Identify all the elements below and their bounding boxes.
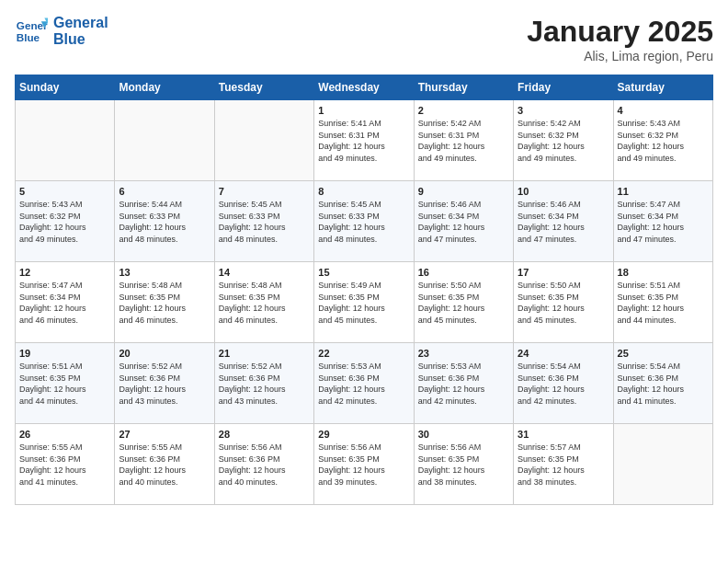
calendar-cell: 19Sunrise: 5:51 AM Sunset: 6:35 PM Dayli… bbox=[16, 343, 115, 424]
day-info: Sunrise: 5:52 AM Sunset: 6:36 PM Dayligh… bbox=[219, 361, 310, 407]
calendar-week-row: 26Sunrise: 5:55 AM Sunset: 6:36 PM Dayli… bbox=[16, 424, 713, 505]
calendar-cell: 5Sunrise: 5:43 AM Sunset: 6:32 PM Daylig… bbox=[16, 181, 115, 262]
day-info: Sunrise: 5:56 AM Sunset: 6:36 PM Dayligh… bbox=[219, 442, 310, 488]
day-info: Sunrise: 5:50 AM Sunset: 6:35 PM Dayligh… bbox=[518, 280, 609, 326]
day-number: 16 bbox=[418, 267, 509, 278]
day-number: 24 bbox=[518, 348, 609, 359]
svg-text:General: General bbox=[17, 19, 48, 31]
day-number: 7 bbox=[219, 186, 310, 197]
calendar-cell: 29Sunrise: 5:56 AM Sunset: 6:35 PM Dayli… bbox=[314, 424, 414, 505]
day-info: Sunrise: 5:50 AM Sunset: 6:35 PM Dayligh… bbox=[418, 280, 509, 326]
weekday-header-monday: Monday bbox=[115, 75, 214, 100]
weekday-header-friday: Friday bbox=[514, 75, 613, 100]
day-info: Sunrise: 5:47 AM Sunset: 6:34 PM Dayligh… bbox=[19, 280, 110, 326]
calendar-cell: 18Sunrise: 5:51 AM Sunset: 6:35 PM Dayli… bbox=[613, 262, 712, 343]
day-number: 29 bbox=[318, 429, 409, 440]
day-info: Sunrise: 5:46 AM Sunset: 6:34 PM Dayligh… bbox=[418, 199, 509, 245]
day-number: 21 bbox=[219, 348, 310, 359]
day-number: 31 bbox=[518, 429, 609, 440]
calendar-table: SundayMondayTuesdayWednesdayThursdayFrid… bbox=[15, 75, 713, 505]
day-info: Sunrise: 5:51 AM Sunset: 6:35 PM Dayligh… bbox=[618, 280, 709, 326]
calendar-cell: 9Sunrise: 5:46 AM Sunset: 6:34 PM Daylig… bbox=[414, 181, 513, 262]
calendar-cell: 21Sunrise: 5:52 AM Sunset: 6:36 PM Dayli… bbox=[214, 343, 313, 424]
calendar-cell: 25Sunrise: 5:54 AM Sunset: 6:36 PM Dayli… bbox=[613, 343, 712, 424]
calendar-cell: 14Sunrise: 5:48 AM Sunset: 6:35 PM Dayli… bbox=[214, 262, 313, 343]
page-header: General Blue General Blue January 2025 A… bbox=[15, 15, 713, 63]
day-number: 23 bbox=[418, 348, 509, 359]
calendar-cell: 30Sunrise: 5:56 AM Sunset: 6:35 PM Dayli… bbox=[414, 424, 513, 505]
calendar-cell: 1Sunrise: 5:41 AM Sunset: 6:31 PM Daylig… bbox=[314, 100, 414, 181]
day-info: Sunrise: 5:42 AM Sunset: 6:31 PM Dayligh… bbox=[418, 118, 509, 164]
weekday-header-sunday: Sunday bbox=[16, 75, 115, 100]
day-number: 1 bbox=[318, 105, 409, 116]
calendar-cell: 28Sunrise: 5:56 AM Sunset: 6:36 PM Dayli… bbox=[214, 424, 313, 505]
day-number: 18 bbox=[618, 267, 709, 278]
day-number: 14 bbox=[219, 267, 310, 278]
day-number: 9 bbox=[418, 186, 509, 197]
weekday-header-tuesday: Tuesday bbox=[214, 75, 313, 100]
day-number: 13 bbox=[119, 267, 210, 278]
day-info: Sunrise: 5:51 AM Sunset: 6:35 PM Dayligh… bbox=[19, 361, 110, 407]
day-number: 28 bbox=[219, 429, 310, 440]
svg-text:Blue: Blue bbox=[17, 31, 40, 43]
calendar-cell: 6Sunrise: 5:44 AM Sunset: 6:33 PM Daylig… bbox=[115, 181, 214, 262]
calendar-cell: 4Sunrise: 5:43 AM Sunset: 6:32 PM Daylig… bbox=[613, 100, 712, 181]
day-info: Sunrise: 5:55 AM Sunset: 6:36 PM Dayligh… bbox=[119, 442, 210, 488]
logo: General Blue General Blue bbox=[15, 15, 108, 48]
calendar-cell: 22Sunrise: 5:53 AM Sunset: 6:36 PM Dayli… bbox=[314, 343, 414, 424]
weekday-header-saturday: Saturday bbox=[613, 75, 712, 100]
calendar-cell: 12Sunrise: 5:47 AM Sunset: 6:34 PM Dayli… bbox=[16, 262, 115, 343]
title-block: January 2025 Alis, Lima region, Peru bbox=[527, 15, 713, 63]
calendar-week-row: 19Sunrise: 5:51 AM Sunset: 6:35 PM Dayli… bbox=[16, 343, 713, 424]
calendar-cell bbox=[214, 100, 313, 181]
day-info: Sunrise: 5:46 AM Sunset: 6:34 PM Dayligh… bbox=[518, 199, 609, 245]
page-title: January 2025 bbox=[527, 15, 713, 49]
calendar-week-row: 12Sunrise: 5:47 AM Sunset: 6:34 PM Dayli… bbox=[16, 262, 713, 343]
day-info: Sunrise: 5:47 AM Sunset: 6:34 PM Dayligh… bbox=[618, 199, 709, 245]
weekday-header-thursday: Thursday bbox=[414, 75, 513, 100]
calendar-cell: 17Sunrise: 5:50 AM Sunset: 6:35 PM Dayli… bbox=[514, 262, 613, 343]
weekday-header-row: SundayMondayTuesdayWednesdayThursdayFrid… bbox=[16, 75, 713, 100]
day-info: Sunrise: 5:49 AM Sunset: 6:35 PM Dayligh… bbox=[318, 280, 409, 326]
day-number: 4 bbox=[618, 105, 709, 116]
day-number: 6 bbox=[119, 186, 210, 197]
day-info: Sunrise: 5:52 AM Sunset: 6:36 PM Dayligh… bbox=[119, 361, 210, 407]
day-number: 30 bbox=[418, 429, 509, 440]
day-info: Sunrise: 5:56 AM Sunset: 6:35 PM Dayligh… bbox=[318, 442, 409, 488]
calendar-week-row: 1Sunrise: 5:41 AM Sunset: 6:31 PM Daylig… bbox=[16, 100, 713, 181]
calendar-cell: 31Sunrise: 5:57 AM Sunset: 6:35 PM Dayli… bbox=[514, 424, 613, 505]
logo-text-line1: General bbox=[53, 15, 108, 31]
weekday-header-wednesday: Wednesday bbox=[314, 75, 414, 100]
day-info: Sunrise: 5:48 AM Sunset: 6:35 PM Dayligh… bbox=[219, 280, 310, 326]
day-info: Sunrise: 5:57 AM Sunset: 6:35 PM Dayligh… bbox=[518, 442, 609, 488]
calendar-cell: 10Sunrise: 5:46 AM Sunset: 6:34 PM Dayli… bbox=[514, 181, 613, 262]
calendar-cell bbox=[613, 424, 712, 505]
calendar-cell: 3Sunrise: 5:42 AM Sunset: 6:32 PM Daylig… bbox=[514, 100, 613, 181]
calendar-cell: 13Sunrise: 5:48 AM Sunset: 6:35 PM Dayli… bbox=[115, 262, 214, 343]
day-info: Sunrise: 5:54 AM Sunset: 6:36 PM Dayligh… bbox=[518, 361, 609, 407]
day-number: 27 bbox=[119, 429, 210, 440]
day-info: Sunrise: 5:42 AM Sunset: 6:32 PM Dayligh… bbox=[518, 118, 609, 164]
day-info: Sunrise: 5:43 AM Sunset: 6:32 PM Dayligh… bbox=[618, 118, 709, 164]
day-number: 3 bbox=[518, 105, 609, 116]
day-number: 2 bbox=[418, 105, 509, 116]
page-subtitle: Alis, Lima region, Peru bbox=[527, 49, 713, 63]
day-info: Sunrise: 5:54 AM Sunset: 6:36 PM Dayligh… bbox=[618, 361, 709, 407]
day-number: 19 bbox=[19, 348, 110, 359]
day-number: 8 bbox=[318, 186, 409, 197]
day-number: 22 bbox=[318, 348, 409, 359]
calendar-cell: 26Sunrise: 5:55 AM Sunset: 6:36 PM Dayli… bbox=[16, 424, 115, 505]
logo-icon: General Blue bbox=[15, 15, 48, 48]
calendar-cell: 7Sunrise: 5:45 AM Sunset: 6:33 PM Daylig… bbox=[214, 181, 313, 262]
day-number: 17 bbox=[518, 267, 609, 278]
day-info: Sunrise: 5:53 AM Sunset: 6:36 PM Dayligh… bbox=[318, 361, 409, 407]
day-info: Sunrise: 5:43 AM Sunset: 6:32 PM Dayligh… bbox=[19, 199, 110, 245]
logo-text-line2: Blue bbox=[53, 31, 108, 48]
day-number: 20 bbox=[119, 348, 210, 359]
calendar-cell: 27Sunrise: 5:55 AM Sunset: 6:36 PM Dayli… bbox=[115, 424, 214, 505]
day-number: 26 bbox=[19, 429, 110, 440]
day-info: Sunrise: 5:41 AM Sunset: 6:31 PM Dayligh… bbox=[318, 118, 409, 164]
calendar-cell: 20Sunrise: 5:52 AM Sunset: 6:36 PM Dayli… bbox=[115, 343, 214, 424]
calendar-cell: 8Sunrise: 5:45 AM Sunset: 6:33 PM Daylig… bbox=[314, 181, 414, 262]
calendar-cell bbox=[115, 100, 214, 181]
